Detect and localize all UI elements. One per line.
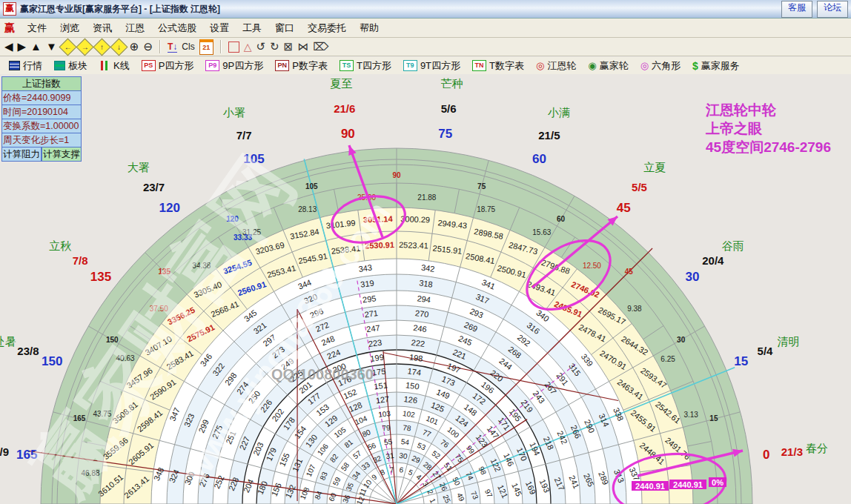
up-triangle-icon[interactable]: ▲ xyxy=(30,39,42,54)
outer-degree-label: 30 xyxy=(686,270,700,284)
solar-term-label: 小署 xyxy=(222,106,245,119)
panel-row-0: 价格=2440.9099 xyxy=(1,91,82,105)
number-ring-label: 175 xyxy=(371,366,386,377)
outer-degree-label: 135 xyxy=(90,270,111,284)
number-ring-label: 270 xyxy=(414,308,429,319)
index-name: 上证指数 xyxy=(1,76,82,91)
tn-table-icon: TN xyxy=(472,60,486,71)
square-tool-icon[interactable] xyxy=(228,42,239,53)
note-line-3: 45度空间2746-2796 xyxy=(706,138,831,156)
toolbar2-item-1[interactable]: 板块 xyxy=(50,59,92,73)
menu-item-8[interactable]: 交易委托 xyxy=(301,19,353,37)
gann-annotation-text: 江恩轮中轮 上帝之眼 45度空间2746-2796 xyxy=(706,101,831,156)
outer-degree-label: 120 xyxy=(159,201,180,215)
toolbar2-label: 江恩轮 xyxy=(547,59,576,73)
toolbar2-item-11[interactable]: ◎六角形 xyxy=(636,59,685,73)
degree-ring-label: 60 xyxy=(557,215,566,223)
calendar-date-label: 21/3 xyxy=(781,445,803,458)
back-arrow-icon[interactable]: ◀ xyxy=(4,39,13,54)
pn-table-icon: PN xyxy=(275,60,289,71)
number-ring-label: 295 xyxy=(362,294,377,304)
note-line-2: 上帝之眼 xyxy=(706,119,831,138)
number-ring-label: 222 xyxy=(411,338,426,348)
number-ring-label: 247 xyxy=(366,323,381,334)
solar-term-label: 大署 xyxy=(128,161,150,173)
calc-resistance-button[interactable]: 计算阻力 xyxy=(1,147,42,162)
calendar-date-label: 7/9 xyxy=(0,445,9,458)
toolbar-separator xyxy=(220,40,222,53)
number-ring-label: 246 xyxy=(413,323,428,334)
diamond-up-icon[interactable]: ↑ xyxy=(93,38,110,56)
toolbar2-label: P四方形 xyxy=(159,59,194,73)
toolbar-main: ◀ ▶ ▲ ▼ ← → ↑ ↓ ⊕ ⊖ T↓ Cls 21 △ ↺ ↻ ⊠ ⋈ … xyxy=(0,38,851,56)
menu-item-0[interactable]: 文件 xyxy=(21,19,53,37)
toolbar2-label: 9P四方形 xyxy=(222,59,263,73)
solar-term-label: 处暑 xyxy=(0,335,16,348)
menu-item-7[interactable]: 窗口 xyxy=(268,19,301,37)
highlight-cell-value: 0% xyxy=(712,478,723,487)
calendar-date-label: 20/4 xyxy=(702,254,724,267)
outer-degree-label: 75 xyxy=(438,127,452,141)
toolbar2-item-12[interactable]: $赢家服务 xyxy=(688,59,744,73)
number-ring-label: 198 xyxy=(408,353,423,363)
diamond-right-icon[interactable]: → xyxy=(76,38,93,56)
rotate-cw-icon[interactable]: ↻ xyxy=(270,39,279,54)
menu-item-2[interactable]: 资讯 xyxy=(86,19,119,37)
solar-term-label: 立秋 xyxy=(49,239,71,252)
window-title: 赢家江恩专业版[赢家服务平台] - [上证指数 江恩轮] xyxy=(20,3,220,16)
solar-term-label: 芒种 xyxy=(441,77,463,90)
calendar-date-label: 5/5 xyxy=(632,181,647,193)
rotate-ccw-icon[interactable]: ↺ xyxy=(256,39,265,54)
percent-ring-label: 18.75 xyxy=(477,205,495,213)
degree-ring-label: 90 xyxy=(392,171,401,179)
sort-updown-icon[interactable]: T↓ xyxy=(168,42,177,53)
calendar-date-label: 21/6 xyxy=(334,102,355,115)
diamond-down-icon[interactable]: ↓ xyxy=(110,38,128,56)
toolbar2-item-2[interactable]: K线 xyxy=(95,59,134,73)
toolbar2-item-4[interactable]: P99P四方形 xyxy=(201,59,268,73)
customer-service-button[interactable]: 客服 xyxy=(781,1,812,18)
toolbar2-item-8[interactable]: TNT数字表 xyxy=(468,59,529,73)
calc-support-button[interactable]: 计算支撑 xyxy=(42,147,82,162)
number-ring-label: 55 xyxy=(383,437,393,446)
forward-arrow-icon[interactable]: ▶ xyxy=(18,39,27,54)
solar-term-label: 小满 xyxy=(547,106,570,119)
calendar-icon[interactable]: 21 xyxy=(199,39,213,55)
toolbar2-item-6[interactable]: TST四方形 xyxy=(335,59,396,73)
toolbar2-label: T四方形 xyxy=(357,59,391,73)
center-cross-icon[interactable]: ⋈ xyxy=(297,39,308,54)
toolbar2-item-7[interactable]: T99T四方形 xyxy=(399,59,465,73)
zoom-in-icon[interactable]: ⊕ xyxy=(130,39,139,54)
menu-item-9[interactable]: 帮助 xyxy=(353,19,385,37)
menu-logo-icon: 赢 xyxy=(4,21,15,35)
down-triangle-icon[interactable]: ▼ xyxy=(46,39,57,54)
toolbar2-item-10[interactable]: ◉赢家轮 xyxy=(583,59,632,73)
boxed-x-icon[interactable]: ⊠ xyxy=(284,39,294,54)
menu-item-5[interactable]: 设置 xyxy=(203,19,236,37)
menu-item-6[interactable]: 工具 xyxy=(236,19,268,37)
menu-item-3[interactable]: 江恩 xyxy=(119,19,151,37)
calendar-date-label: 7/7 xyxy=(236,129,252,142)
menu-item-4[interactable]: 公式选股 xyxy=(151,19,203,37)
forum-button[interactable]: 论坛 xyxy=(817,1,848,18)
menu-item-1[interactable]: 浏览 xyxy=(53,19,86,37)
toolbar2-item-9[interactable]: ◎江恩轮 xyxy=(532,59,580,73)
app-window: { "window": { "title": "赢家江恩专业版[赢家服务平台] … xyxy=(0,0,851,504)
number-ring-label: 294 xyxy=(417,294,431,304)
triangle-tool-icon[interactable]: △ xyxy=(244,41,252,53)
toolbar-separator xyxy=(159,40,161,53)
outer-degree-label: 60 xyxy=(532,152,546,166)
outer-degree-label: 15 xyxy=(734,354,748,368)
toolbar2-item-3[interactable]: PSP四方形 xyxy=(137,59,199,73)
cls-button[interactable]: Cls xyxy=(182,42,194,52)
number-ring-label: 54 xyxy=(400,437,410,446)
toolbar2-item-5[interactable]: PNP数字表 xyxy=(271,59,332,73)
zoom-out-icon[interactable]: ⊖ xyxy=(143,39,153,54)
diamond-left-icon[interactable]: ← xyxy=(59,38,76,56)
trash-icon[interactable]: ⌦ xyxy=(313,39,328,54)
toolbar2-item-0[interactable]: 行情 xyxy=(4,59,47,73)
calendar-date-label: 5/4 xyxy=(758,345,774,357)
highlight-cell-value: 2440.91 xyxy=(635,482,665,491)
number-ring-label: 318 xyxy=(419,278,434,288)
number-ring-label: 199 xyxy=(370,353,385,363)
